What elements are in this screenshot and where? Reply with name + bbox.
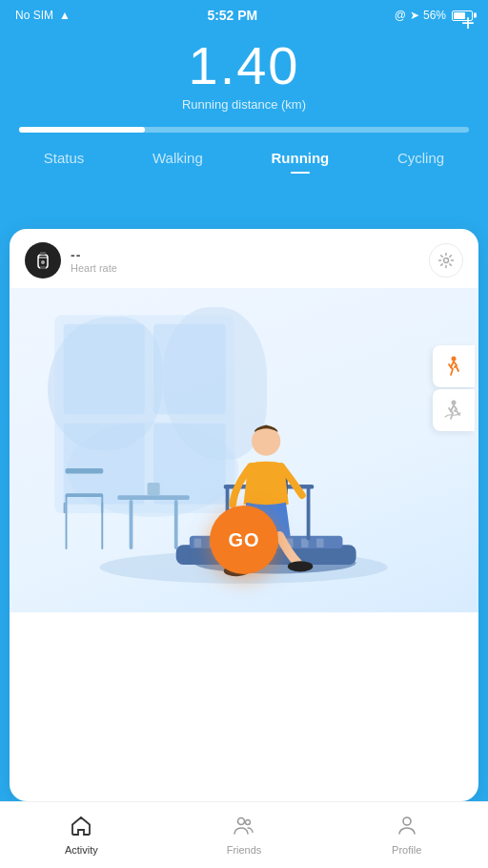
svg-point-45 xyxy=(246,820,251,825)
svg-point-46 xyxy=(403,817,411,825)
go-button[interactable]: GO xyxy=(210,506,278,574)
svg-point-43 xyxy=(452,401,457,405)
tab-bar: Status Walking Running Cycling xyxy=(0,133,488,179)
svg-rect-19 xyxy=(130,500,133,549)
profile-icon xyxy=(396,815,418,841)
svg-rect-10 xyxy=(153,424,226,505)
heart-rate-label: Heart rate xyxy=(71,262,117,274)
watch-icon xyxy=(25,242,61,279)
svg-rect-12 xyxy=(66,495,68,549)
svg-rect-17 xyxy=(101,503,103,513)
wifi-icon: ▲ xyxy=(59,9,71,22)
metric-value: 1.40 xyxy=(0,36,488,95)
nav-label-activity: Activity xyxy=(65,844,98,856)
heart-rate-info: -- Heart rate xyxy=(71,247,117,274)
metric-label: Running distance (km) xyxy=(0,97,488,112)
heart-rate-value: -- xyxy=(71,247,117,262)
progress-area xyxy=(0,117,488,133)
metric-section: 1.40 Running distance (km) xyxy=(0,27,488,117)
svg-point-44 xyxy=(238,818,245,825)
svg-point-5 xyxy=(444,258,449,263)
mode-icons-panel xyxy=(433,345,478,431)
svg-rect-18 xyxy=(117,495,190,500)
at-icon: @ xyxy=(395,9,406,22)
friends-icon xyxy=(233,815,255,841)
svg-rect-15 xyxy=(66,493,104,497)
nav-label-friends: Friends xyxy=(227,844,262,856)
svg-rect-25 xyxy=(194,539,202,548)
location-icon: ➤ xyxy=(410,9,419,22)
status-left: No SIM ▲ xyxy=(15,9,71,22)
nav-item-activity[interactable]: Activity xyxy=(0,807,163,863)
battery-percent: 56% xyxy=(423,9,446,22)
tab-status[interactable]: Status xyxy=(32,146,96,170)
svg-rect-16 xyxy=(64,503,66,513)
svg-point-42 xyxy=(452,357,457,362)
add-button[interactable]: + xyxy=(461,10,475,36)
svg-rect-7 xyxy=(64,324,145,414)
card-header: -- Heart rate xyxy=(10,229,478,288)
tab-cycling[interactable]: Cycling xyxy=(386,146,456,170)
home-icon xyxy=(70,815,92,841)
svg-rect-20 xyxy=(174,500,178,549)
outdoor-running-mode-button[interactable] xyxy=(433,389,475,431)
svg-rect-35 xyxy=(307,486,311,541)
tab-running[interactable]: Running xyxy=(259,146,340,170)
heart-rate-section: -- Heart rate xyxy=(25,242,117,279)
illustration-area: GO xyxy=(10,288,478,612)
bottom-navigation: Activity Friends Profile xyxy=(0,801,488,868)
svg-point-2 xyxy=(41,260,45,264)
svg-rect-21 xyxy=(147,483,159,495)
status-bar: No SIM ▲ 5:52 PM @ ➤ 56% xyxy=(0,0,488,27)
svg-point-41 xyxy=(288,561,313,571)
svg-rect-3 xyxy=(40,252,46,255)
indoor-running-mode-button[interactable] xyxy=(433,345,475,387)
main-card: -- Heart rate xyxy=(10,229,478,801)
carrier-label: No SIM xyxy=(15,9,53,22)
settings-button[interactable] xyxy=(429,243,463,278)
time-display: 5:52 PM xyxy=(207,8,257,23)
nav-item-profile[interactable]: Profile xyxy=(325,807,488,863)
svg-rect-9 xyxy=(64,424,145,505)
svg-rect-14 xyxy=(66,468,104,474)
tab-walking[interactable]: Walking xyxy=(141,146,214,170)
svg-rect-33 xyxy=(316,539,324,548)
nav-label-profile: Profile xyxy=(392,844,421,856)
nav-item-friends[interactable]: Friends xyxy=(163,807,326,863)
svg-rect-8 xyxy=(153,324,226,414)
svg-rect-4 xyxy=(40,266,46,269)
